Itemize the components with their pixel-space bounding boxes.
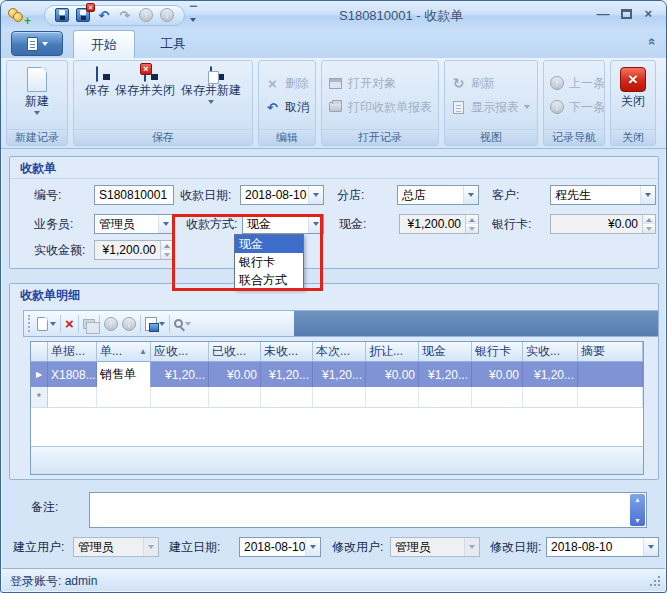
grid-header-summary[interactable]: 摘要 — [578, 342, 643, 362]
down-circle-icon: ↓ — [160, 8, 174, 22]
next-record-button: ↓ 下一条 — [550, 99, 598, 116]
dropdown-arrow-icon — [640, 186, 655, 204]
group-label-save: 保存 — [74, 129, 252, 145]
cell-unreceived[interactable]: ¥1,20... — [261, 362, 313, 387]
dropdown-option-combined[interactable]: 联合方式 — [235, 271, 303, 289]
save-and-close-button[interactable]: × 保存并关闭 — [112, 63, 178, 129]
spinner-arrows-icon — [465, 215, 478, 233]
ribbon-group-record-nav: ↑ 上一条 ↓ 下一条 记录导航 — [543, 60, 605, 146]
modified-user-value: 管理员 — [391, 538, 464, 556]
form-row-3: 实收金额: ¥1,200.00 — [10, 240, 658, 260]
cell-bank-card[interactable]: ¥0.00 — [472, 362, 523, 387]
scroll-down-icon[interactable]: ▼ — [634, 517, 641, 524]
cell-doc-no[interactable]: X1808... — [48, 362, 97, 387]
search-button[interactable] — [174, 319, 191, 328]
grid-header-actual[interactable]: 实收... — [523, 342, 578, 362]
remarks-scrollbar[interactable]: ▲ ▼ — [630, 494, 645, 526]
receipt-date-select[interactable]: 2018-08-10 — [240, 185, 324, 205]
cell-summary[interactable] — [578, 362, 643, 387]
down-circle-icon: ↓ — [550, 100, 564, 114]
close-form-button[interactable]: × 关闭 — [617, 63, 649, 129]
modified-date-label: 修改日期: — [490, 537, 541, 557]
grid-new-row[interactable]: * — [31, 387, 643, 408]
receipt-date-value: 2018-08-10 — [241, 186, 308, 204]
created-date-select[interactable]: 2018-08-10 — [239, 537, 321, 557]
grid-header-cash[interactable]: 现金 — [419, 342, 472, 362]
dropdown-arrow-icon — [308, 186, 323, 204]
grid-header-received[interactable]: 已收... — [209, 342, 261, 362]
qat-customize-button[interactable]: ▔ — [190, 7, 197, 23]
report-icon — [451, 101, 466, 114]
refresh-button: ↻ 刷新 — [451, 75, 531, 92]
ribbon-group-new-record: 新建 新建记录 — [6, 60, 68, 146]
save-icon — [96, 67, 98, 81]
grid-header-bank-card[interactable]: 银行卡 — [472, 342, 523, 362]
cell-discount[interactable]: ¥0.00 — [366, 362, 419, 387]
save-close-quick-button[interactable]: × — [75, 7, 91, 23]
resize-grip[interactable] — [649, 575, 661, 587]
open-object-label: 打开对象 — [348, 75, 396, 92]
grid-header-receivable[interactable]: 应收... — [151, 342, 209, 362]
new-button[interactable]: 新建 — [22, 63, 52, 129]
close-form-label: 关闭 — [621, 95, 645, 108]
delete-row-button[interactable]: × — [65, 315, 74, 332]
tab-tools[interactable]: 工具 — [143, 30, 203, 58]
grid-header-doc-no[interactable]: 单据... — [48, 342, 97, 362]
close-window-button[interactable]: × — [644, 7, 652, 21]
modified-user-label: 修改用户: — [332, 537, 383, 557]
separator — [140, 315, 141, 333]
grid-header-doc-type[interactable]: 单...▲ — [97, 342, 151, 362]
grid-row-selected[interactable]: ▶ X1808... 销售单 ¥1,20... ¥0.00 ¥1,20... ¥… — [31, 362, 643, 387]
received-amount-spinner: ¥1,200.00 — [94, 240, 174, 260]
toolbar-grip-handle[interactable] — [28, 315, 31, 332]
save-quick-button[interactable] — [54, 7, 70, 23]
delete-label: 删除 — [285, 75, 309, 92]
maximize-button[interactable] — [621, 9, 632, 19]
export-button[interactable] — [145, 317, 165, 331]
modified-date-value: 2018-08-10 — [547, 538, 643, 556]
dropdown-option-bank-card[interactable]: 银行卡 — [235, 253, 303, 271]
received-amount-value: ¥1,200.00 — [95, 241, 160, 259]
save-and-new-button[interactable]: 保存并新建 — [178, 63, 244, 129]
cell-received[interactable]: ¥0.00 — [209, 362, 261, 387]
titlebar: + × ↶ ↷ ↑ ↓ ▔ S180810001 - 收款单 — × — [1, 1, 666, 29]
collapse-ribbon-icon[interactable]: « — [645, 38, 660, 45]
cell-actual[interactable]: ¥1,20... — [523, 362, 578, 387]
cell-cash[interactable]: ¥1,20... — [419, 362, 472, 387]
group-label-edit: 编辑 — [259, 129, 315, 145]
receipt-date-label: 收款日期: — [180, 185, 231, 205]
code-input[interactable]: S180810001 — [94, 185, 174, 205]
grid-header-this-time[interactable]: 本次... — [313, 342, 366, 362]
undo-button[interactable]: ↶ — [96, 7, 112, 23]
dropdown-option-cash[interactable]: 现金 — [235, 235, 303, 253]
chevron-down-icon — [208, 100, 214, 104]
received-amount-label: 实收金额: — [34, 240, 85, 260]
remarks-textarea[interactable]: ▲ ▼ — [89, 492, 647, 528]
grid-header-discount[interactable]: 折让... — [366, 342, 419, 362]
grid-header-unreceived[interactable]: 未收... — [261, 342, 313, 362]
cell-doc-type[interactable]: 销售单 — [97, 362, 151, 387]
save-button[interactable]: 保存 — [82, 63, 112, 129]
dropdown-arrow-icon — [463, 186, 478, 204]
save-new-icon — [210, 67, 212, 81]
cell-this-time[interactable]: ¥1,20... — [313, 362, 366, 387]
chevron-down-icon — [185, 322, 191, 326]
scroll-up-icon[interactable]: ▲ — [634, 496, 641, 503]
divider — [10, 178, 658, 179]
cell-receivable[interactable]: ¥1,20... — [151, 362, 209, 387]
salesman-select[interactable]: 管理员 — [94, 214, 174, 234]
customer-select[interactable]: 程先生 — [550, 185, 656, 205]
print-report-button: 打印收款单报表 — [328, 99, 432, 116]
tab-start[interactable]: 开始 — [73, 30, 135, 58]
add-row-button[interactable] — [37, 317, 56, 331]
branch-value: 总店 — [398, 186, 463, 204]
minimize-button[interactable]: — — [596, 7, 609, 21]
customer-label: 客户: — [492, 185, 519, 205]
modified-date-select[interactable]: 2018-08-10 — [546, 537, 659, 557]
cancel-button[interactable]: ↶ 取消 — [265, 99, 309, 116]
branch-select[interactable]: 总店 — [397, 185, 479, 205]
bank-card-value: ¥0.00 — [551, 215, 642, 233]
application-menu-button[interactable] — [11, 31, 63, 56]
pay-method-select[interactable]: 现金 — [242, 214, 324, 234]
cash-label: 现金: — [339, 214, 366, 234]
